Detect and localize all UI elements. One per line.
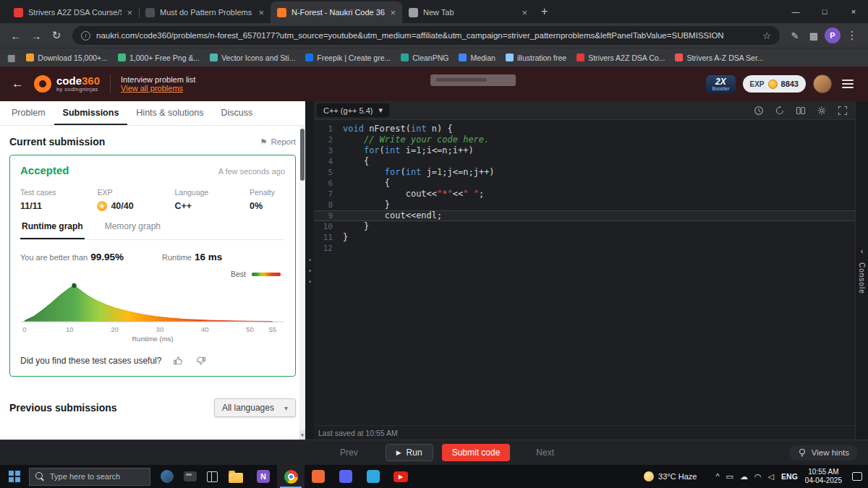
bookmark-illustration-free[interactable]: illustration free <box>501 52 571 64</box>
code360-logo[interactable]: code360 by codingninjas <box>34 75 100 93</box>
history-icon[interactable] <box>754 106 764 116</box>
console-strip[interactable]: ‹ Console <box>855 101 868 440</box>
apps-grid-icon[interactable]: ▦ <box>7 53 15 63</box>
code-line[interactable]: 10 } <box>314 221 855 232</box>
code-lines[interactable]: 1void nForest(int n) {2 // Write your co… <box>314 120 855 425</box>
extensions-icon[interactable]: ▩ <box>806 30 822 41</box>
browser-tab-new-tab[interactable]: New Tab× <box>402 1 534 23</box>
code-line[interactable]: 9 cout<<endl; <box>314 210 855 221</box>
code-line[interactable]: 11} <box>314 232 855 243</box>
taskbar-search[interactable]: Type here to search <box>29 468 150 486</box>
browser-tab-strivers-a2z-dsa-course-sheet[interactable]: Strivers A2Z DSA Course/Sheet× <box>7 1 139 23</box>
scrollbar-thumb[interactable] <box>300 129 305 181</box>
hidden-icons-chevron[interactable]: ^ <box>715 472 719 481</box>
reset-code-icon[interactable] <box>775 106 785 116</box>
console-expand-icon[interactable]: ‹ <box>861 247 864 255</box>
code-line[interactable]: 8 } <box>314 200 855 210</box>
back-icon[interactable]: ← <box>7 30 25 42</box>
cortana-icon[interactable] <box>161 470 174 483</box>
language-selector[interactable]: C++ (g++ 5.4) ▾ <box>317 103 389 117</box>
code-line[interactable]: 7 cout<<"*"<<" "; <box>314 189 855 200</box>
notification-center-icon[interactable] <box>852 472 862 481</box>
language-filter-dropdown[interactable]: All languages ▾ <box>214 398 296 417</box>
chrome-icon[interactable] <box>277 465 305 488</box>
file-explorer-icon[interactable] <box>222 465 250 488</box>
report-button[interactable]: ⚑ Report <box>260 137 296 147</box>
next-button[interactable]: Next <box>536 448 554 458</box>
tab-discuss[interactable]: Discuss <box>212 101 261 125</box>
bookmark-median[interactable]: Median <box>454 52 500 64</box>
code-line[interactable]: 1void nForest(int n) { <box>314 124 855 134</box>
exp-badge[interactable]: EXP 8843 <box>743 75 807 93</box>
maximize-button[interactable]: □ <box>810 0 839 23</box>
tab-hints-solutions[interactable]: Hints & solutions <box>127 101 212 125</box>
browser-tab-n-forest-naukri-code-360[interactable]: N-Forest - Naukri Code 360× <box>271 1 402 23</box>
browser-tab-must-do-pattern-problems-befo[interactable]: Must do Pattern Problems befo...× <box>139 1 271 23</box>
fullscreen-icon[interactable] <box>838 106 848 116</box>
keyboard-language[interactable]: ENG <box>781 472 798 481</box>
network-icon[interactable]: ◠ <box>754 472 762 481</box>
submit-code-button[interactable]: Submit code <box>442 444 511 461</box>
onedrive-icon[interactable]: ☁ <box>740 472 748 481</box>
new-tab-button[interactable]: + <box>541 5 548 18</box>
discord-icon[interactable] <box>332 465 359 488</box>
pinned-shortcut-icon[interactable] <box>184 471 197 481</box>
vscode-icon[interactable] <box>359 465 387 488</box>
run-button[interactable]: ▶ Run <box>386 444 433 461</box>
split-view-icon[interactable] <box>796 106 806 116</box>
code-line[interactable]: 12 <box>314 243 855 254</box>
tab-runtime-graph[interactable]: Runtime graph <box>20 221 85 239</box>
view-hints-button[interactable]: View hints <box>789 445 858 461</box>
booster-badge[interactable]: 2X Booster <box>706 75 735 93</box>
tab-memory-graph[interactable]: Memory graph <box>103 221 162 239</box>
display-icon[interactable]: ▭ <box>726 472 733 481</box>
forward-icon[interactable]: → <box>27 30 45 42</box>
url-text[interactable]: naukri.com/code360/problems/n-forest_657… <box>96 31 757 40</box>
code-line[interactable]: 6 { <box>314 178 855 189</box>
volume-icon[interactable]: ◁ <box>768 472 774 481</box>
browser-menu-icon[interactable]: ⋮ <box>843 29 861 42</box>
bookmark-cleanpng[interactable]: CleanPNG <box>396 52 454 64</box>
minimize-button[interactable]: — <box>781 0 810 23</box>
thumbs-up-icon[interactable] <box>173 356 184 366</box>
prev-button[interactable]: Prev <box>340 448 358 458</box>
hamburger-menu-icon[interactable] <box>839 77 856 91</box>
close-window-button[interactable]: × <box>839 0 868 23</box>
task-view-icon[interactable] <box>207 471 218 482</box>
bookmark-1-000-free-png[interactable]: 1,000+ Free Png &... <box>113 52 205 64</box>
scrollbar-down-arrow[interactable]: ▾ <box>299 430 305 440</box>
bookmark-star-icon[interactable]: ☆ <box>762 30 771 41</box>
tab-close-icon[interactable]: × <box>127 8 132 17</box>
extension-pencil-icon[interactable]: ✎ <box>787 30 803 41</box>
view-all-problems-link[interactable]: View all problems <box>121 84 195 93</box>
header-back-icon[interactable]: ← <box>12 77 24 91</box>
thumbs-down-icon[interactable] <box>195 356 206 366</box>
tab-submissions[interactable]: Submissions <box>54 101 128 125</box>
notion-app-icon[interactable]: N <box>250 465 277 488</box>
tab-close-icon[interactable]: × <box>258 8 264 17</box>
reload-icon[interactable]: ↻ <box>48 29 65 42</box>
start-button[interactable] <box>9 471 20 482</box>
code-line[interactable]: 5 for(int j=1;j<=n;j++) <box>314 167 855 178</box>
tab-problem[interactable]: Problem <box>3 101 54 125</box>
panel-resize-handle[interactable] <box>305 101 314 440</box>
user-avatar[interactable] <box>813 74 832 93</box>
profile-avatar[interactable]: P <box>825 27 841 43</box>
left-panel-scrollbar[interactable]: ▾ <box>299 126 305 440</box>
site-info-icon[interactable]: i <box>81 31 90 40</box>
code-line[interactable]: 4 { <box>314 156 855 167</box>
taskbar-clock[interactable]: 10:55 AM 04-04-2025 <box>805 468 842 485</box>
code-line[interactable]: 2 // Write your code here. <box>314 134 855 145</box>
bookmark-freepik-create-gre[interactable]: Freepik | Create gre... <box>300 52 396 64</box>
settings-gear-icon[interactable] <box>817 106 827 116</box>
bookmark-download-15-000[interactable]: Download 15,000+... <box>21 52 113 64</box>
bookmark-strivers-a2z-dsa-co[interactable]: Strivers A2Z DSA Co... <box>571 52 670 64</box>
orange-app-icon[interactable] <box>305 465 332 488</box>
bookmark-strivers-a-z-dsa-ser[interactable]: Strivers A-Z DSA Ser... <box>670 52 768 64</box>
youtube-icon[interactable]: ▶ <box>387 465 414 488</box>
weather-widget[interactable]: 33°C Haze <box>644 471 697 481</box>
address-bar[interactable]: i naukri.com/code360/problems/n-forest_6… <box>72 26 780 45</box>
tab-close-icon[interactable]: × <box>390 8 396 17</box>
tab-close-icon[interactable]: × <box>522 8 527 17</box>
bookmark-vector-icons-and-sti[interactable]: Vector Icons and Sti... <box>205 52 300 64</box>
